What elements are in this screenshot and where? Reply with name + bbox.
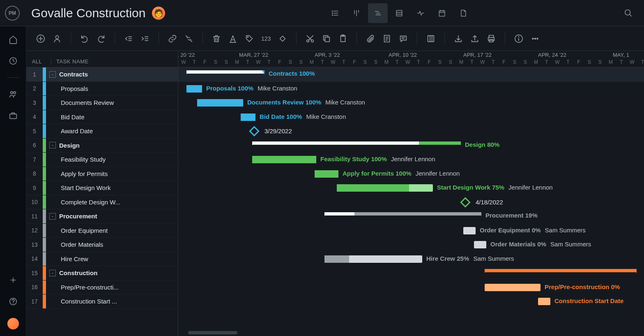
day-label: T: [413, 59, 424, 65]
col-all[interactable]: ALL: [26, 58, 48, 65]
day-label: F: [573, 59, 584, 65]
task-bar[interactable]: Order Equipment 0% Sam Summers: [463, 227, 476, 234]
task-row[interactable]: 3Documents Review: [26, 96, 178, 110]
expand-toggle[interactable]: -: [49, 270, 56, 276]
expand-toggle[interactable]: -: [49, 213, 56, 220]
task-row[interactable]: 9Start Design Work: [26, 181, 178, 195]
task-name: Order Materials: [49, 241, 178, 248]
task-name: Order Equipment: [49, 227, 178, 234]
svg-point-3: [332, 11, 333, 12]
assign-icon[interactable]: [53, 34, 62, 43]
expand-toggle[interactable]: -: [49, 142, 56, 148]
col-task-name[interactable]: TASK NAME: [55, 58, 178, 65]
more-icon[interactable]: [531, 34, 540, 43]
comment-icon[interactable]: [399, 34, 408, 43]
view-activity-icon[interactable]: [411, 3, 430, 23]
timeline-row: [178, 266, 644, 280]
clock-icon[interactable]: [8, 56, 18, 66]
cut-icon[interactable]: [306, 34, 315, 43]
task-row[interactable]: 13Order Materials: [26, 238, 178, 252]
font-icon[interactable]: [228, 34, 237, 43]
task-bar[interactable]: Prep/Pre-construction 0%: [485, 284, 540, 291]
attach-icon[interactable]: [366, 34, 375, 43]
delete-icon[interactable]: [212, 34, 221, 43]
columns-icon[interactable]: [426, 34, 435, 43]
task-bar[interactable]: Documents Review 100% Mike Cranston: [197, 99, 243, 107]
task-row[interactable]: 10Complete Design W...: [26, 195, 178, 210]
task-row[interactable]: 2Proposals: [26, 82, 178, 96]
print-icon[interactable]: [487, 34, 496, 43]
timeline-row: Procurement 19%: [178, 209, 644, 224]
app-logo[interactable]: PM: [5, 6, 20, 21]
info-icon[interactable]: [514, 34, 523, 43]
briefcase-icon[interactable]: [8, 111, 18, 120]
task-row[interactable]: 6-Design: [26, 139, 178, 153]
undo-icon[interactable]: [80, 34, 89, 43]
export-icon[interactable]: [470, 34, 479, 43]
task-bar[interactable]: Construction Start Date: [538, 298, 550, 305]
task-bar[interactable]: Hire Crew 25% Sam Summers: [324, 255, 422, 263]
toolbar-123[interactable]: 123: [261, 35, 271, 42]
day-label: M: [605, 59, 616, 65]
add-task-icon[interactable]: [36, 34, 45, 43]
summary-bar[interactable]: Contracts 100%: [186, 70, 264, 74]
task-row[interactable]: 16Prep/Pre-constructi...: [26, 280, 178, 295]
link-icon[interactable]: [168, 34, 177, 43]
indent-icon[interactable]: [140, 34, 150, 43]
milestone-icon[interactable]: [278, 34, 287, 43]
task-row[interactable]: 17Construction Start ...: [26, 294, 178, 309]
unlink-icon[interactable]: [184, 34, 193, 43]
day-label: M: [381, 59, 392, 65]
task-row[interactable]: 7Feasibility Study: [26, 153, 178, 167]
redo-icon[interactable]: [97, 34, 106, 43]
view-file-icon[interactable]: [453, 3, 473, 23]
task-row[interactable]: 4Bid Date: [26, 110, 178, 125]
tag-icon[interactable]: [245, 34, 254, 43]
view-list-icon[interactable]: [325, 3, 345, 23]
milestone-icon[interactable]: [249, 126, 259, 136]
task-bar[interactable]: Bid Date 100% Mike Cranston: [241, 114, 255, 121]
task-row[interactable]: 15-Construction: [26, 266, 178, 280]
view-sheet-icon[interactable]: [389, 3, 409, 23]
paste-icon[interactable]: [338, 34, 347, 43]
user-avatar[interactable]: 🧑: [152, 7, 165, 20]
task-bar[interactable]: Start Design Work 75% Jennifer Lennon: [337, 184, 433, 192]
task-row[interactable]: 14Hire Crew: [26, 252, 178, 266]
add-icon[interactable]: [8, 275, 18, 285]
view-board-icon[interactable]: [347, 3, 366, 23]
task-row[interactable]: 12Order Equipment: [26, 224, 178, 238]
task-row[interactable]: 11-Procurement: [26, 209, 178, 224]
bar-label: Start Design Work 75% Jennifer Lennon: [437, 184, 553, 191]
outdent-icon[interactable]: [124, 34, 133, 43]
row-number: 13: [26, 241, 43, 248]
search-icon[interactable]: [621, 6, 636, 21]
summary-bar[interactable]: Procurement 19%: [324, 212, 481, 216]
svg-point-69: [535, 38, 536, 39]
task-row[interactable]: 1-Contracts: [26, 67, 178, 82]
copy-icon[interactable]: [322, 34, 331, 43]
timeline-row: Order Materials 0% Sam Summers: [178, 238, 644, 252]
help-icon[interactable]: [8, 297, 18, 306]
day-label: M: [531, 59, 541, 65]
import-icon[interactable]: [454, 34, 463, 43]
task-bar[interactable]: Feasibility Study 100% Jennifer Lennon: [252, 156, 316, 163]
row-number: 17: [26, 298, 43, 305]
milestone-icon[interactable]: [460, 197, 470, 207]
view-gantt-icon[interactable]: [368, 3, 388, 23]
task-bar[interactable]: Proposals 100% Mike Cranston: [186, 85, 202, 93]
view-calendar-icon[interactable]: [432, 3, 452, 23]
task-bar[interactable]: Apply for Permits 100% Jennifer Lennon: [315, 170, 338, 178]
svg-rect-50: [325, 37, 330, 42]
notes-icon[interactable]: [382, 34, 391, 43]
summary-bar[interactable]: Design 80%: [252, 141, 461, 145]
team-icon[interactable]: [8, 89, 18, 99]
task-row[interactable]: 8Apply for Permits: [26, 167, 178, 181]
task-row[interactable]: 5Award Date: [26, 124, 178, 139]
task-bar[interactable]: Order Materials 0% Sam Summers: [474, 241, 486, 248]
timeline[interactable]: ₹, 20 '22MAR, 27 '22APR, 3 '22APR, 10 '2…: [178, 51, 644, 336]
profile-avatar[interactable]: [7, 318, 19, 329]
summary-bar[interactable]: [485, 269, 637, 272]
expand-toggle[interactable]: -: [49, 71, 56, 78]
home-icon[interactable]: [8, 35, 18, 44]
horizontal-scrollbar[interactable]: [188, 331, 237, 334]
